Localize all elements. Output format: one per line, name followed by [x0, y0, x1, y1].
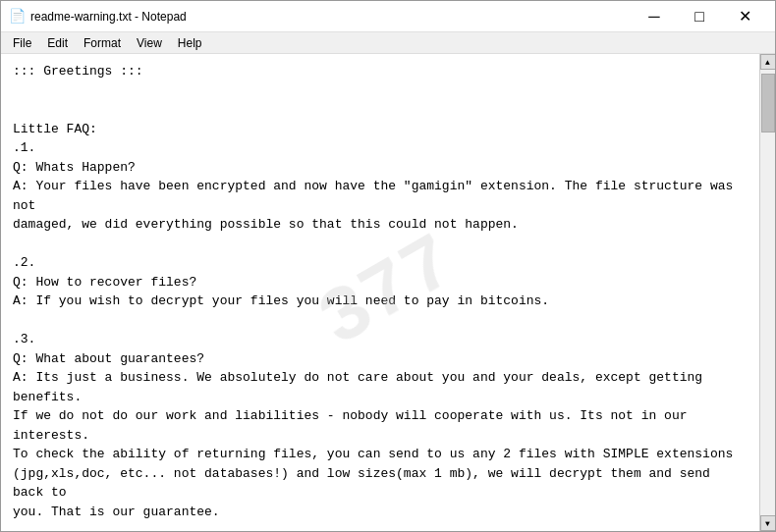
- notepad-window: 📄 readme-warning.txt - Notepad ─ □ ✕ Fil…: [0, 0, 776, 532]
- maximize-button[interactable]: □: [677, 1, 722, 32]
- scrollbar-thumb[interactable]: [761, 74, 775, 133]
- window-title: readme-warning.txt - Notepad: [30, 10, 632, 24]
- scroll-up-button[interactable]: ▲: [760, 54, 776, 70]
- menu-help[interactable]: Help: [170, 34, 210, 52]
- menu-file[interactable]: File: [5, 34, 39, 52]
- menu-bar: File Edit Format View Help: [1, 32, 775, 54]
- window-controls: ─ □ ✕: [632, 1, 767, 32]
- menu-format[interactable]: Format: [76, 34, 129, 52]
- app-icon: 📄: [9, 9, 25, 25]
- menu-edit[interactable]: Edit: [39, 34, 76, 52]
- content-area: ::: Greetings ::: Little FAQ: .1. Q: Wha…: [1, 54, 775, 531]
- menu-view[interactable]: View: [129, 34, 170, 52]
- minimize-button[interactable]: ─: [632, 1, 677, 32]
- scrollbar-track[interactable]: [760, 70, 776, 515]
- vertical-scrollbar[interactable]: ▲ ▼: [759, 54, 775, 531]
- scroll-down-button[interactable]: ▼: [760, 515, 776, 531]
- text-editor[interactable]: ::: Greetings ::: Little FAQ: .1. Q: Wha…: [1, 54, 759, 531]
- title-bar: 📄 readme-warning.txt - Notepad ─ □ ✕: [1, 1, 775, 32]
- close-button[interactable]: ✕: [722, 1, 767, 32]
